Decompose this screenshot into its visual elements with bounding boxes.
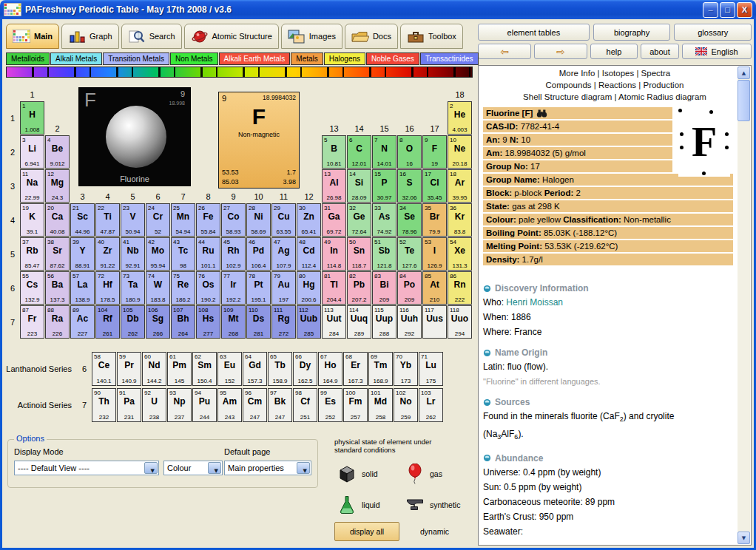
category-tab-metals[interactable]: Metals <box>291 52 323 65</box>
element-cell-fm[interactable]: 100Fm257 <box>343 388 368 422</box>
tab-search[interactable]: Search <box>121 24 182 49</box>
element-cell-c[interactable]: 6C12.01 <box>347 135 371 169</box>
element-cell-uus[interactable]: 117Uus <box>422 305 447 339</box>
link-production[interactable]: Production <box>643 81 684 89</box>
element-cell-md[interactable]: 101Md258 <box>368 388 393 422</box>
element-cell-bk[interactable]: 97Bk247 <box>268 388 292 422</box>
display-mode-select[interactable]: ---- Default View ---- <box>14 461 159 475</box>
element-cell-se[interactable]: 34Se78.96 <box>397 203 422 237</box>
element-cell-uut[interactable]: 113Uut284 <box>322 305 346 339</box>
element-cell-tm[interactable]: 69Tm168.9 <box>368 352 393 386</box>
element-cell-fr[interactable]: 87Fr223 <box>20 305 44 339</box>
element-cell-mg[interactable]: 12Mg24.3 <box>45 169 70 203</box>
element-cell-cs[interactable]: 55Cs132.9 <box>20 271 44 305</box>
element-cell-bh[interactable]: 107Bh264 <box>171 305 195 339</box>
link-henri-moissan[interactable]: Henri Moissan <box>506 297 563 308</box>
element-cell-te[interactable]: 52Te127.6 <box>397 237 422 271</box>
element-cell-np[interactable]: 93Np237 <box>167 388 192 422</box>
element-cell-yb[interactable]: 70Yb173 <box>394 352 418 386</box>
element-cell-ta[interactable]: 73Ta180.9 <box>121 271 145 305</box>
element-cell-w[interactable]: 74W183.8 <box>146 271 170 305</box>
category-tab-noble-gases[interactable]: Noble Gases <box>366 52 419 65</box>
tab-graph[interactable]: Graph <box>61 24 119 49</box>
element-cell-zr[interactable]: 40Zr91.22 <box>95 237 120 271</box>
element-cell-no[interactable]: 102No259 <box>394 388 418 422</box>
maximize-button[interactable]: □ <box>720 2 735 18</box>
element-cell-as[interactable]: 33As74.92 <box>372 203 396 237</box>
element-cell-pm[interactable]: 61Pm145 <box>167 352 192 386</box>
element-cell-sg[interactable]: 106Sg266 <box>146 305 170 339</box>
info-scrollbar[interactable]: ▲ ▼ <box>738 67 750 544</box>
element-cell-th[interactable]: 90Th232 <box>92 388 116 422</box>
element-cell-p[interactable]: 15P30.97 <box>372 169 396 203</box>
element-cell-ra[interactable]: 88Ra226 <box>45 305 70 339</box>
minimize-button[interactable]: _ <box>703 2 718 18</box>
element-cell-cl[interactable]: 17Cl35.45 <box>422 169 447 203</box>
button-biography[interactable]: biography <box>593 24 671 41</box>
element-cell-xe[interactable]: 54Xe131.3 <box>448 237 472 271</box>
element-cell-po[interactable]: 84Po209 <box>397 271 422 305</box>
tab-main[interactable]: Main <box>6 24 59 49</box>
element-cell-n[interactable]: 7N14.01 <box>372 135 396 169</box>
element-cell-i[interactable]: 53I126.9 <box>422 237 447 271</box>
element-cell-pb[interactable]: 82Pb207.2 <box>347 271 371 305</box>
element-cell-v[interactable]: 23V50.94 <box>121 203 145 237</box>
element-cell-f[interactable]: 9F19 <box>422 135 447 169</box>
close-button[interactable]: X <box>737 2 752 18</box>
element-cell-ce[interactable]: 58Ce140.1 <box>92 352 116 386</box>
scroll-down-button[interactable]: ▼ <box>738 532 750 544</box>
element-cell-la[interactable]: 57La138.9 <box>70 271 95 305</box>
colour-select[interactable]: Colour <box>163 461 223 475</box>
element-cell-gd[interactable]: 64Gd157.3 <box>243 352 267 386</box>
element-cell-uub[interactable]: 112Uub285 <box>297 305 321 339</box>
element-cell-li[interactable]: 3Li6.941 <box>20 135 44 169</box>
element-cell-nd[interactable]: 60Nd144.2 <box>142 352 166 386</box>
element-cell-y[interactable]: 39Y88.91 <box>70 237 95 271</box>
element-cell-pu[interactable]: 94Pu244 <box>192 388 217 422</box>
element-cell-in[interactable]: 49In114.8 <box>322 237 346 271</box>
scroll-thumb[interactable] <box>738 80 750 121</box>
element-cell-pa[interactable]: 91Pa231 <box>117 388 141 422</box>
element-cell-er[interactable]: 68Er167.3 <box>343 352 368 386</box>
element-cell-cd[interactable]: 48Cd112.4 <box>297 237 321 271</box>
tab-images[interactable]: Images <box>281 24 342 49</box>
element-cell-be[interactable]: 4Be9.012 <box>45 135 70 169</box>
element-cell-ag[interactable]: 47Ag107.9 <box>271 237 296 271</box>
element-cell-sn[interactable]: 50Sn118.7 <box>347 237 371 271</box>
element-cell-sm[interactable]: 62Sm150.4 <box>192 352 217 386</box>
element-cell-at[interactable]: 85At210 <box>422 271 447 305</box>
link-shell-structure-diagram[interactable]: Shell Structure diagram <box>523 92 612 101</box>
category-tab-alkali-earth-metals[interactable]: Alkali Earth Metals <box>219 52 291 65</box>
element-cell-cm[interactable]: 96Cm247 <box>243 388 267 422</box>
button-english[interactable]: English <box>682 44 752 59</box>
element-cell-ti[interactable]: 22Ti47.87 <box>95 203 120 237</box>
category-tab-transactinides[interactable]: Transactinides <box>420 52 479 65</box>
element-cell-b[interactable]: 5B10.81 <box>322 135 346 169</box>
element-cell-tl[interactable]: 81Tl204.4 <box>322 271 346 305</box>
element-cell-rf[interactable]: 104Rf261 <box>95 305 120 339</box>
element-cell-o[interactable]: 8O16 <box>397 135 422 169</box>
element-cell-es[interactable]: 99Es252 <box>318 388 342 422</box>
category-tab-halogens[interactable]: Halogens <box>324 52 365 65</box>
link-more-info[interactable]: More Info <box>559 69 595 78</box>
element-cell-rn[interactable]: 86Rn222 <box>448 271 472 305</box>
link-reactions[interactable]: Reactions <box>598 81 636 89</box>
element-cell-h[interactable]: 1H1.008 <box>20 101 44 135</box>
dynamic-option[interactable]: dynamic <box>420 527 449 536</box>
button-element-tables[interactable]: element tables <box>478 24 590 41</box>
element-cell-uuq[interactable]: 114Uuq289 <box>347 305 371 339</box>
category-tab-alkali-metals[interactable]: Alkali Metals <box>50 52 102 65</box>
element-cell-al[interactable]: 13Al26.98 <box>322 169 346 203</box>
element-cell-he[interactable]: 2He4.003 <box>448 101 472 135</box>
element-cell-ne[interactable]: 10Ne20.18 <box>448 135 472 169</box>
element-cell-pd[interactable]: 46Pd106.4 <box>246 237 271 271</box>
element-cell-s[interactable]: 16S32.06 <box>397 169 422 203</box>
element-cell-db[interactable]: 105Db262 <box>121 305 145 339</box>
element-cell-fe[interactable]: 26Fe55.84 <box>196 203 220 237</box>
element-cell-ir[interactable]: 77Ir192.2 <box>221 271 246 305</box>
tab-toolbox[interactable]: Toolbox <box>400 24 463 49</box>
element-cell-lu[interactable]: 71Lu175 <box>419 352 443 386</box>
element-cell-tc[interactable]: 43Tc98 <box>171 237 195 271</box>
element-cell-kr[interactable]: 36Kr83.8 <box>448 203 472 237</box>
forward-button[interactable]: ⇨ <box>534 44 587 59</box>
